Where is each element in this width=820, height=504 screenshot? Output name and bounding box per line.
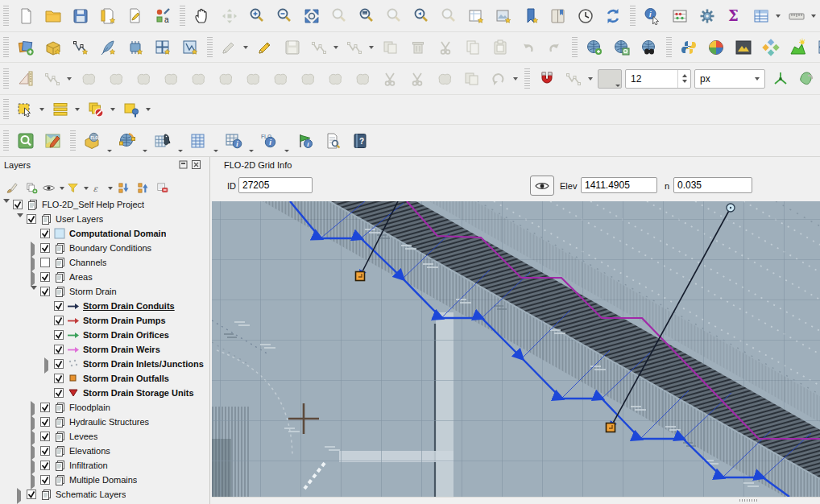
filter-by-expression-button[interactable]: ε (90, 179, 113, 196)
zoom-last-button[interactable] (409, 4, 433, 28)
new-virtual-layer-button[interactable] (123, 35, 147, 60)
manning-n-input[interactable] (673, 177, 752, 193)
processing-toolbox-button[interactable] (695, 4, 719, 28)
flo2d-export-button[interactable] (116, 129, 148, 153)
layer-item-boundary-conditions[interactable]: Boundary Conditions (0, 241, 210, 255)
layer-item-elevations[interactable]: Elevations (0, 444, 210, 458)
layer-item-storm-drain-inlets-junctions[interactable]: Storm Drain Inlets/Junctions (0, 357, 210, 371)
layer-checkbox[interactable] (54, 388, 64, 398)
manage-map-themes-button[interactable] (42, 179, 64, 196)
select-features-button[interactable] (14, 97, 46, 122)
expand-arrow-icon[interactable] (31, 245, 37, 251)
expand-arrow-icon[interactable] (31, 404, 37, 411)
layer-checkbox[interactable] (40, 432, 50, 441)
expand-all-button[interactable] (114, 179, 132, 196)
new-map-view-button[interactable] (464, 4, 488, 28)
pan-map-button[interactable] (190, 4, 214, 28)
grid-id-input[interactable] (238, 177, 313, 193)
new-3d-map-view-button[interactable] (491, 4, 516, 28)
collapse-arrow-icon[interactable] (3, 203, 10, 209)
deselect-all-button[interactable] (85, 97, 117, 122)
layer-checkbox[interactable] (54, 301, 64, 311)
collapse-all-button[interactable] (134, 179, 151, 196)
clipped-plugin-button[interactable] (814, 35, 820, 60)
toolbar-grip[interactable] (572, 37, 578, 58)
layer-checkbox[interactable] (40, 446, 50, 456)
layer-checkbox[interactable] (40, 229, 50, 238)
layer-checkbox[interactable] (13, 200, 23, 209)
avoid-overlap-button[interactable] (796, 67, 820, 91)
refresh-map-button[interactable] (601, 4, 625, 28)
expand-arrow-icon[interactable] (31, 433, 37, 440)
statistical-summary-button[interactable] (668, 4, 692, 28)
snap-mode-dropdown[interactable] (598, 69, 622, 89)
save-project-button[interactable] (68, 4, 93, 28)
flo2d-help-button[interactable]: ? (348, 129, 372, 153)
flo2d-settings-button[interactable] (14, 129, 38, 153)
layer-checkbox[interactable] (40, 272, 50, 282)
layer-checkbox[interactable] (40, 258, 50, 267)
layer-item-storm-drain[interactable]: Storm Drain (0, 284, 210, 299)
grass-tools-button[interactable] (704, 35, 728, 60)
layer-checkbox[interactable] (40, 461, 50, 470)
search-layers-button[interactable] (610, 35, 634, 60)
remove-layer-button[interactable] (153, 179, 171, 196)
toolbar-grip[interactable] (70, 130, 76, 151)
expand-arrow-icon[interactable] (31, 448, 37, 454)
expand-arrow-icon[interactable] (31, 274, 37, 280)
plugin-kaleidoscope-button[interactable] (759, 35, 783, 60)
expand-arrow-icon[interactable] (31, 259, 37, 266)
storm-drain-outfall-marker[interactable] (607, 423, 615, 432)
flo2d-import-button[interactable]: FLO (81, 129, 113, 153)
toolbar-grip[interactable] (3, 99, 9, 120)
toolbar-grip[interactable] (524, 68, 530, 89)
toolbar-grip[interactable] (3, 6, 9, 27)
new-print-layout-button[interactable] (96, 4, 120, 28)
close-panel-button[interactable] (191, 159, 201, 170)
add-basemap-button[interactable] (582, 35, 607, 60)
open-layer-styling-button[interactable] (3, 179, 21, 196)
layer-item-hydraulic-structures[interactable]: Hydraulic Structures (0, 415, 210, 429)
osm-place-search-button[interactable] (637, 35, 661, 60)
storm-drain-outfall-marker[interactable] (356, 272, 365, 281)
zoom-full-button[interactable] (300, 4, 324, 28)
layer-item-user-layers[interactable]: User Layers (0, 212, 210, 226)
show-spatial-bookmarks-button[interactable] (546, 4, 570, 28)
layer-checkbox[interactable] (40, 243, 50, 253)
collapse-arrow-icon[interactable] (17, 217, 23, 224)
layer-item-computational-domain[interactable]: Computational Domain (0, 226, 210, 241)
flo2d-info-tool-button[interactable]: FLOi (258, 129, 290, 153)
layer-checkbox[interactable] (40, 417, 50, 427)
eye-toggle-button[interactable] (530, 176, 554, 196)
open-project-button[interactable] (41, 4, 65, 28)
expand-arrow-icon[interactable] (31, 419, 37, 425)
new-geopackage-layer-button[interactable] (41, 35, 65, 60)
layer-checkbox[interactable] (40, 287, 50, 296)
layer-item-storm-drain-weirs[interactable]: Storm Drain Weirs (0, 342, 210, 357)
map-canvas[interactable] (212, 201, 820, 497)
digitizing-plugin-button[interactable] (786, 35, 810, 60)
flo2d-grid-info-button[interactable]: i (222, 129, 255, 153)
layer-item-multiple-domains[interactable]: Multiple Domains (0, 473, 210, 487)
show-layout-manager-button[interactable] (123, 4, 147, 28)
layer-checkbox[interactable] (54, 330, 64, 340)
zoom-to-layer-button[interactable] (354, 4, 379, 28)
toolbar-grip[interactable] (207, 37, 213, 58)
layer-item-areas[interactable]: Areas (0, 270, 210, 284)
layer-checkbox[interactable] (54, 359, 64, 369)
python-console-button[interactable] (677, 35, 701, 60)
layer-checkbox[interactable] (54, 345, 64, 354)
toolbar-grip[interactable] (3, 37, 9, 58)
toolbar-grip[interactable] (3, 130, 9, 151)
select-by-location-button[interactable] (120, 97, 152, 122)
terrain-3d-button[interactable] (731, 35, 756, 60)
cad-tools-button[interactable] (14, 67, 38, 91)
toolbar-grip[interactable] (630, 6, 636, 27)
flo2d-grid-editor-button[interactable] (41, 129, 65, 153)
layer-item-channels[interactable]: Channels (0, 255, 210, 270)
expand-arrow-icon[interactable] (17, 491, 23, 498)
layer-item-infiltration[interactable]: Infiltration (0, 458, 210, 473)
expand-arrow-icon[interactable] (31, 462, 37, 469)
sum-statistics-button[interactable]: Σ (723, 4, 747, 28)
toggle-editing-button[interactable] (253, 35, 277, 60)
